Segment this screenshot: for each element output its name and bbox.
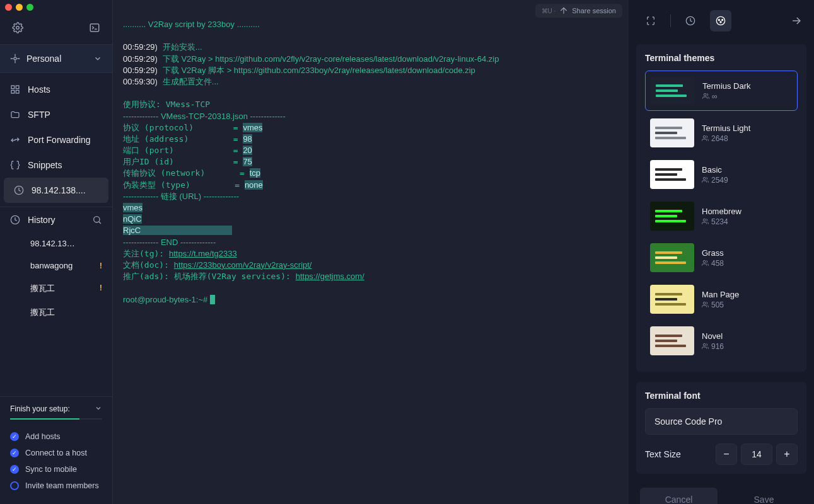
theme-info: 916 — [702, 342, 724, 351]
history-item[interactable]: banwagong! — [0, 255, 112, 277]
svg-point-21 — [703, 343, 706, 346]
theme-man-page[interactable]: Man Page505 — [645, 280, 798, 319]
settings-panel: Terminal themes Termius Dark∞Termius Lig… — [629, 0, 814, 504]
arrows-icon — [10, 135, 20, 145]
svg-point-2 — [14, 57, 16, 60]
theme-termius-light[interactable]: Termius Light2648 — [645, 113, 798, 152]
warning-icon: ! — [100, 261, 102, 270]
nav: HostsSFTPPort ForwardingSnippets98.142.1… — [0, 73, 112, 207]
theme-info: 2549 — [702, 176, 728, 185]
setup-progress — [10, 418, 102, 420]
theme-swatch — [650, 243, 694, 272]
theme-swatch — [651, 76, 695, 105]
terminal-output: .......... V2Ray script by 233boy ......… — [113, 0, 629, 316]
share-session-button[interactable]: ⌘U · Share session — [535, 4, 623, 18]
theme-info: ∞ — [702, 92, 751, 101]
font-card: Terminal font Source Code Pro Text Size … — [636, 382, 806, 474]
theme-name: Novel — [702, 331, 724, 341]
workspace-name: Personal — [26, 54, 87, 64]
theme-name: Termius Light — [702, 123, 750, 133]
svg-point-14 — [720, 21, 721, 23]
history-item[interactable]: 搬瓦工 — [0, 301, 112, 324]
search-icon[interactable] — [92, 215, 102, 225]
font-select[interactable]: Source Code Pro — [645, 408, 798, 435]
save-button[interactable]: Save — [725, 488, 803, 504]
setup-task[interactable]: Connect to a host — [10, 445, 102, 461]
history-item[interactable]: 98.142.13… — [0, 232, 112, 255]
theme-termius-dark[interactable]: Termius Dark∞ — [645, 71, 798, 111]
sidebar: Personal HostsSFTPPort ForwardingSnippet… — [0, 0, 113, 504]
setup-task[interactable]: Sync to mobile — [10, 461, 102, 478]
theme-info: 5234 — [702, 217, 741, 226]
setup-task[interactable]: Add hosts — [10, 428, 102, 445]
theme-name: Grass — [702, 248, 724, 258]
svg-point-15 — [704, 93, 706, 96]
grid-icon — [10, 84, 20, 94]
text-size-label: Text Size — [645, 449, 681, 459]
nav-item-snippets[interactable]: Snippets — [0, 152, 112, 178]
collapse-panel-icon[interactable] — [790, 14, 803, 27]
svg-point-19 — [703, 260, 706, 263]
terminal-icon[interactable] — [87, 20, 102, 35]
theme-grass[interactable]: Grass458 — [645, 238, 798, 277]
theme-name: Termius Dark — [702, 81, 751, 91]
history-header[interactable]: History — [0, 207, 112, 232]
share-label: Share session — [572, 7, 616, 14]
svg-point-16 — [703, 135, 706, 138]
setup-task[interactable]: Invite team members — [10, 478, 102, 494]
history-label: History — [28, 215, 84, 225]
nav-item-[interactable]: 98.142.138.... — [4, 178, 108, 203]
nav-item-hosts[interactable]: Hosts — [0, 77, 112, 102]
cancel-button[interactable]: Cancel — [640, 488, 718, 504]
theme-novel[interactable]: Novel916 — [645, 321, 798, 360]
theme-swatch — [650, 326, 694, 355]
clock-icon — [14, 185, 24, 195]
minimize-dot[interactable] — [16, 4, 23, 11]
history-item[interactable]: 搬瓦工! — [0, 277, 112, 301]
history-icon — [10, 215, 20, 225]
workspace-icon — [10, 54, 20, 64]
theme-name: Man Page — [702, 290, 739, 299]
svg-point-0 — [16, 26, 20, 30]
theme-basic[interactable]: Basic2549 — [645, 155, 798, 194]
svg-rect-6 — [16, 90, 19, 93]
svg-point-17 — [703, 177, 706, 180]
size-decrease-button[interactable]: − — [716, 444, 737, 465]
svg-point-11 — [716, 16, 724, 25]
nav-item-sftp[interactable]: SFTP — [0, 102, 112, 127]
size-increase-button[interactable]: + — [776, 444, 798, 465]
font-title: Terminal font — [645, 391, 798, 401]
folder-icon — [10, 110, 20, 120]
svg-rect-4 — [16, 86, 19, 89]
setup-panel: Finish your setup: Add hostsConnect to a… — [0, 396, 112, 504]
task-checkbox — [10, 481, 19, 490]
theme-info: 505 — [702, 301, 739, 309]
svg-point-18 — [703, 219, 706, 221]
theme-swatch — [650, 285, 694, 314]
svg-point-13 — [722, 20, 723, 21]
tab-snippets[interactable] — [640, 10, 661, 32]
maximize-dot[interactable] — [26, 4, 33, 11]
tab-appearance[interactable] — [710, 10, 731, 32]
chevron-down-icon[interactable] — [95, 404, 102, 412]
workspace-selector[interactable]: Personal — [0, 44, 112, 73]
gear-icon[interactable] — [10, 20, 25, 35]
size-value[interactable]: 14 — [741, 444, 772, 465]
panel-tabs — [640, 10, 731, 32]
svg-rect-1 — [90, 24, 99, 32]
svg-point-12 — [718, 20, 719, 21]
theme-info: 2648 — [702, 134, 750, 143]
theme-swatch — [650, 160, 694, 189]
terminal-area[interactable]: ⌘U · Share session .......... V2Ray scri… — [113, 0, 629, 504]
svg-point-20 — [703, 302, 706, 304]
close-dot[interactable] — [5, 4, 12, 11]
nav-item-portforwarding[interactable]: Port Forwarding — [0, 127, 112, 152]
tab-history[interactable] — [680, 10, 701, 32]
window-controls — [0, 0, 112, 14]
themes-card: Terminal themes Termius Dark∞Termius Lig… — [636, 44, 806, 372]
setup-title: Finish your setup: — [10, 404, 70, 413]
svg-rect-5 — [11, 90, 15, 93]
theme-name: Basic — [702, 165, 728, 175]
theme-homebrew[interactable]: Homebrew5234 — [645, 197, 798, 236]
theme-swatch — [650, 118, 694, 147]
